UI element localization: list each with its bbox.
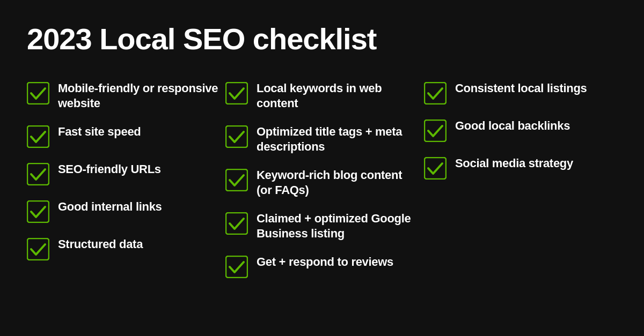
page-title: 2023 Local SEO checklist (27, 21, 617, 56)
checklist-item-google-business: Claimed + optimized Google Business list… (225, 207, 419, 245)
checklist-item-seo-friendly-urls: SEO-friendly URLs (27, 158, 220, 190)
checklist-item-internal-links: Good internal links (27, 195, 220, 227)
item-label: Consistent local listings (455, 81, 587, 96)
item-label: Structured data (58, 237, 143, 252)
checklist-item-fast-site-speed: Fast site speed (27, 120, 220, 152)
column-1: Mobile-friendly or responsive website Fa… (27, 77, 220, 282)
item-label: Get + respond to reviews (257, 255, 393, 270)
page-container: 2023 Local SEO checklist Mobile-friendly… (0, 0, 644, 336)
checkmark-icon (424, 120, 447, 142)
checklist-item-optimized-title-tags: Optimized title tags + meta descriptions (225, 120, 419, 158)
checkmark-icon (225, 82, 248, 104)
checklist-item-social-media: Social media strategy (424, 152, 617, 184)
checklist-item-keyword-blog: Keyword-rich blog content (or FAQs) (225, 163, 419, 201)
checkmark-icon (27, 163, 49, 185)
item-label: Local keywords in web content (257, 81, 419, 110)
checkmark-icon (424, 157, 447, 180)
column-2: Local keywords in web content Optimized … (225, 77, 419, 282)
item-label: Keyword-rich blog content (or FAQs) (257, 168, 419, 197)
checkmark-icon (225, 125, 248, 148)
checklist-grid: Mobile-friendly or responsive website Fa… (27, 77, 617, 282)
item-label: Good internal links (58, 199, 162, 214)
checkmark-icon (27, 82, 49, 104)
checklist-item-local-keywords: Local keywords in web content (225, 77, 419, 115)
checkmark-icon (225, 169, 248, 191)
item-label: Claimed + optimized Google Business list… (257, 211, 419, 241)
checkmark-icon (225, 212, 248, 235)
checklist-item-consistent-listings: Consistent local listings (424, 77, 617, 109)
checkmark-icon (225, 256, 248, 278)
checkmark-icon (27, 238, 49, 260)
item-label: Fast site speed (58, 124, 141, 139)
checkmark-icon (27, 200, 49, 223)
item-label: Social media strategy (455, 156, 573, 171)
item-label: Good local backlinks (455, 118, 570, 133)
checkmark-icon (27, 125, 49, 148)
checklist-item-structured-data: Structured data (27, 233, 220, 265)
item-label: Mobile-friendly or responsive website (58, 81, 220, 110)
checklist-item-local-backlinks: Good local backlinks (424, 114, 617, 146)
checklist-item-mobile-friendly: Mobile-friendly or responsive website (27, 77, 220, 115)
item-label: SEO-friendly URLs (58, 162, 161, 177)
column-3: Consistent local listings Good local bac… (424, 77, 617, 282)
item-label: Optimized title tags + meta descriptions (257, 124, 419, 154)
checklist-item-reviews: Get + respond to reviews (225, 250, 419, 282)
checkmark-icon (424, 82, 447, 104)
